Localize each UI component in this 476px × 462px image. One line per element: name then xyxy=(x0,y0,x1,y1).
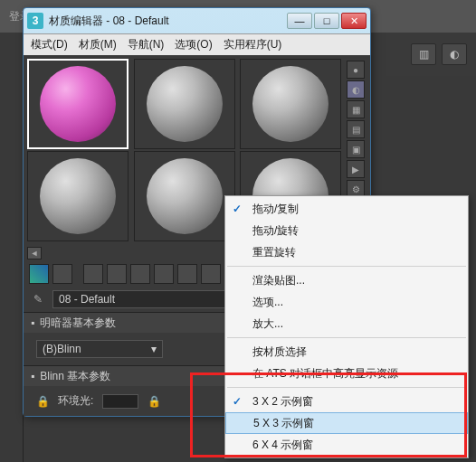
cm-render-map[interactable]: 渲染贴图... xyxy=(225,269,468,291)
sample-type-icon[interactable]: ● xyxy=(347,61,365,79)
cm-label: 放大... xyxy=(252,316,283,332)
cm-reset-rotate[interactable]: 重置旋转 xyxy=(225,241,468,263)
maximize-button[interactable]: □ xyxy=(314,13,339,29)
preview-icon[interactable]: ▶ xyxy=(347,160,365,178)
sample-sphere xyxy=(147,66,223,142)
get-material-button[interactable] xyxy=(29,264,49,284)
chevron-down-icon: ▾ xyxy=(151,343,157,355)
check-icon: ✓ xyxy=(233,203,242,215)
shader-dropdown-value: (B)Blinn xyxy=(43,343,81,355)
minimize-button[interactable]: — xyxy=(287,13,312,29)
menu-utility[interactable]: 实用程序(U) xyxy=(224,37,282,52)
sample-slot-2[interactable] xyxy=(134,59,235,149)
cm-drag-copy[interactable]: ✓ 拖动/复制 xyxy=(225,198,468,220)
menu-mode[interactable]: 模式(D) xyxy=(31,37,68,52)
cm-label: 选项... xyxy=(252,295,283,310)
cm-label: 在 ATS 对话框中高亮显示资源 xyxy=(252,366,398,382)
ribbon-button-render[interactable]: ▥ xyxy=(411,43,436,65)
menu-separator xyxy=(227,337,466,338)
window-title: 材质编辑器 - 08 - Default xyxy=(49,14,169,29)
menu-material[interactable]: 材质(M) xyxy=(79,37,117,52)
assign-button[interactable] xyxy=(83,264,103,284)
blinn-rollup-title: Blinn 基本参数 xyxy=(40,369,110,384)
cm-label: 渲染贴图... xyxy=(252,273,305,288)
put-to-scene-button[interactable] xyxy=(52,264,72,284)
sample-slot-5[interactable] xyxy=(134,151,235,241)
ambient-color-swatch[interactable] xyxy=(102,394,138,409)
cm-zoom[interactable]: 放大... xyxy=(225,313,468,335)
material-id-button[interactable] xyxy=(201,264,221,284)
context-menu: ✓ 拖动/复制 拖动/旋转 重置旋转 渲染贴图... 选项... 放大... 按… xyxy=(224,195,469,458)
cm-grid-3x2[interactable]: ✓ 3 X 2 示例窗 xyxy=(225,391,468,412)
background-icon[interactable]: ▦ xyxy=(347,100,365,118)
make-copy-button[interactable] xyxy=(130,264,150,284)
menu-options[interactable]: 选项(O) xyxy=(175,37,212,52)
host-ribbon: ▥ ◐ xyxy=(386,33,476,76)
backlight-icon[interactable]: ◐ xyxy=(347,80,365,99)
put-to-lib-button[interactable] xyxy=(177,264,197,284)
bullet-icon: ▪ xyxy=(31,370,34,382)
sample-sphere xyxy=(252,66,328,142)
app-icon: 3 xyxy=(27,13,43,29)
sample-slot-1[interactable] xyxy=(27,59,129,149)
cm-label: 拖动/旋转 xyxy=(252,223,299,239)
cm-grid-6x4[interactable]: 6 X 4 示例窗 xyxy=(225,434,468,456)
bullet-icon: ▪ xyxy=(31,316,34,329)
cm-label: 5 X 3 示例窗 xyxy=(253,416,314,431)
lock-icon[interactable]: 🔒 xyxy=(36,395,49,408)
reset-button[interactable] xyxy=(107,264,127,284)
cm-grid-5x3[interactable]: 5 X 3 示例窗 xyxy=(225,412,468,434)
eyedropper-icon[interactable]: ✎ xyxy=(29,290,47,308)
shader-rollup-title: 明暗器基本参数 xyxy=(40,316,116,331)
close-button[interactable]: ✕ xyxy=(341,13,367,29)
video-check-icon[interactable]: ▣ xyxy=(347,140,365,158)
cm-label: 拖动/复制 xyxy=(252,202,299,217)
check-icon: ✓ xyxy=(233,395,242,408)
cm-drag-rotate[interactable]: 拖动/旋转 xyxy=(225,220,468,241)
sample-sphere xyxy=(147,158,223,234)
cm-ats-highlight[interactable]: 在 ATS 对话框中高亮显示资源 xyxy=(225,363,468,384)
sample-sphere xyxy=(40,66,116,142)
cm-label: 按材质选择 xyxy=(252,344,307,360)
cm-options[interactable]: 选项... xyxy=(225,291,468,313)
cm-label: 3 X 2 示例窗 xyxy=(252,394,313,410)
menu-navigate[interactable]: 导航(N) xyxy=(128,37,165,52)
sample-sphere xyxy=(40,158,116,234)
sample-slot-4[interactable] xyxy=(27,151,129,241)
shader-dropdown[interactable]: (B)Blinn ▾ xyxy=(36,340,163,358)
sample-slot-3[interactable] xyxy=(240,59,341,149)
uv-tile-icon[interactable]: ▤ xyxy=(347,120,365,138)
cm-label: 重置旋转 xyxy=(252,245,296,260)
menu-separator xyxy=(227,266,466,267)
scroll-left-icon[interactable]: ◄ xyxy=(27,247,42,259)
titlebar[interactable]: 3 材质编辑器 - 08 - Default — □ ✕ xyxy=(24,8,370,33)
ambient-label: 环境光: xyxy=(58,393,93,409)
left-panel xyxy=(0,76,24,462)
menu-separator xyxy=(227,387,466,388)
lock-icon[interactable]: 🔒 xyxy=(148,395,160,408)
ribbon-button-teapot[interactable]: ◐ xyxy=(442,43,467,65)
cm-by-material[interactable]: 按材质选择 xyxy=(225,341,468,363)
make-unique-button[interactable] xyxy=(154,264,174,284)
menubar: 模式(D) 材质(M) 导航(N) 选项(O) 实用程序(U) xyxy=(24,33,370,55)
cm-label: 6 X 4 示例窗 xyxy=(252,438,313,453)
